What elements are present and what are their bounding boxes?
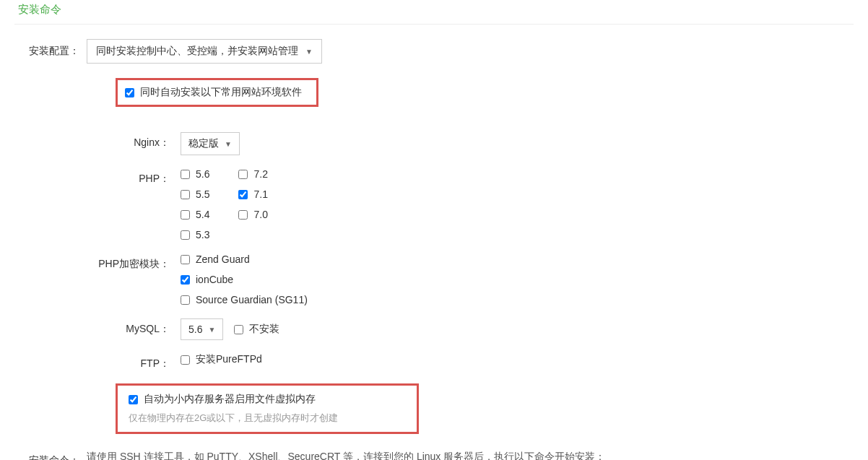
php-version-label: 7.1 [253, 188, 267, 200]
caret-down-icon: ▼ [208, 326, 215, 334]
encrypt-module-checkbox[interactable] [181, 275, 190, 285]
mysql-value: 5.6 [188, 324, 202, 335]
encrypt-module-item: ionCube [181, 274, 854, 285]
install-config-row: 安装配置： 同时安装控制中心、受控端，并安装网站管理 ▼ [14, 39, 854, 64]
php-version-item: 5.5 [181, 188, 209, 200]
nginx-dropdown[interactable]: 稳定版 ▼ [181, 132, 240, 155]
ftp-checkbox[interactable] [181, 355, 190, 365]
php-label: PHP： [14, 168, 181, 186]
nginx-label: Nginx： [14, 132, 181, 149]
ftp-row: FTP： 安装PureFTPd [14, 353, 854, 370]
auto-install-highlight: 同时自动安装以下常用网站环境软件 [116, 78, 318, 107]
php-version-label: 5.5 [196, 188, 209, 200]
php-version-checkbox[interactable] [238, 190, 248, 199]
php-version-checkbox[interactable] [181, 170, 190, 179]
php-version-checkbox[interactable] [181, 230, 190, 240]
php-version-item: 5.6 [181, 168, 209, 180]
php-encrypt-row: PHP加密模块： Zend GuardionCubeSource Guardia… [14, 253, 854, 305]
install-config-label: 安装配置： [14, 39, 87, 58]
php-version-item: 5.4 [181, 209, 209, 220]
install-cmd-hint: 请使用 SSH 连接工具，如 PuTTY、XShell、SecureCRT 等，… [87, 448, 854, 460]
mysql-no-install-checkbox[interactable] [234, 325, 243, 334]
auto-install-env-checkbox[interactable] [125, 88, 134, 97]
encrypt-module-item: Source Guardian (SG11) [181, 294, 854, 305]
install-config-value: 同时安装控制中心、受控端，并安装网站管理 [96, 45, 298, 58]
php-version-label: 7.2 [253, 168, 267, 180]
php-version-item: 7.0 [238, 209, 267, 220]
mysql-dropdown[interactable]: 5.6 ▼ [181, 318, 223, 340]
ftp-label: FTP： [14, 353, 181, 370]
php-version-item: 7.2 [238, 168, 267, 180]
encrypt-module-checkbox[interactable] [181, 255, 190, 264]
install-cmd-label: 安装命令： [14, 448, 87, 460]
section-title: 安装命令 [14, 0, 854, 25]
php-version-item: 5.3 [181, 229, 209, 240]
php-row: PHP： 5.65.55.45.3 7.27.17.0 [14, 168, 854, 240]
encrypt-module-item: Zend Guard [181, 253, 854, 265]
encrypt-module-label: Zend Guard [196, 253, 250, 265]
php-version-checkbox[interactable] [181, 190, 190, 199]
encrypt-module-label: ionCube [196, 274, 233, 285]
php-version-checkbox[interactable] [238, 170, 248, 179]
caret-down-icon: ▼ [225, 140, 232, 148]
install-cmd-row: 安装命令： 请使用 SSH 连接工具，如 PuTTY、XShell、Secure… [14, 448, 854, 460]
php-version-label: 5.6 [196, 168, 209, 180]
encrypt-module-checkbox[interactable] [181, 295, 190, 305]
php-version-label: 5.3 [196, 229, 209, 240]
auto-install-env-label: 同时自动安装以下常用网站环境软件 [140, 86, 302, 99]
nginx-value: 稳定版 [188, 137, 219, 150]
mysql-row: MySQL： 5.6 ▼ 不安装 [14, 318, 854, 340]
mysql-label: MySQL： [14, 318, 181, 336]
php-version-item: 7.1 [238, 188, 267, 200]
caret-down-icon: ▼ [305, 48, 313, 56]
php-version-grid: 5.65.55.45.3 7.27.17.0 [181, 168, 854, 240]
swap-hint: 仅在物理内存在2G或以下，且无虚拟内存时才创建 [129, 412, 406, 425]
php-encrypt-label: PHP加密模块： [14, 253, 181, 271]
php-version-checkbox[interactable] [238, 210, 248, 220]
mysql-no-install-label: 不安装 [249, 323, 279, 336]
php-version-label: 5.4 [196, 209, 209, 220]
swap-checkbox[interactable] [129, 395, 138, 404]
nginx-row: Nginx： 稳定版 ▼ [14, 132, 854, 155]
php-version-label: 7.0 [253, 209, 267, 220]
ftp-install-label: 安装PureFTPd [196, 353, 262, 366]
swap-highlight: 自动为小内存服务器启用文件虚拟内存 仅在物理内存在2G或以下，且无虚拟内存时才创… [116, 383, 419, 434]
encrypt-module-list: Zend GuardionCubeSource Guardian (SG11) [181, 253, 854, 305]
swap-title: 自动为小内存服务器启用文件虚拟内存 [144, 393, 316, 406]
encrypt-module-label: Source Guardian (SG11) [196, 294, 308, 305]
install-config-dropdown[interactable]: 同时安装控制中心、受控端，并安装网站管理 ▼ [87, 39, 322, 64]
php-version-checkbox[interactable] [181, 210, 190, 220]
